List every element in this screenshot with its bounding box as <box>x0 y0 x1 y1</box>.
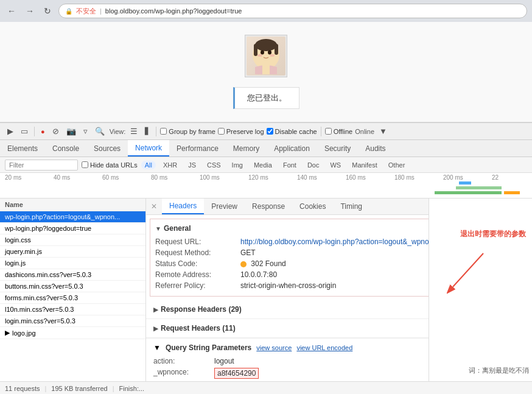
list-item[interactable]: wp-login.php?loggedout=true <box>0 223 145 234</box>
view-source-link[interactable]: view source <box>256 344 292 351</box>
list-view-button[interactable]: ☰ <box>128 125 140 137</box>
security-icon: 🔒 <box>65 8 72 15</box>
list-item[interactable]: login.css <box>0 234 145 246</box>
group-by-frame-checkbox[interactable] <box>160 128 167 135</box>
tab-console[interactable]: Console <box>45 140 86 157</box>
filter-media-button[interactable]: Media <box>250 161 276 169</box>
tab-security[interactable]: Security <box>317 140 358 157</box>
detail-tab-cookies[interactable]: Cookies <box>292 199 333 214</box>
timeline-mark-2: 40 ms <box>54 174 102 181</box>
reload-button[interactable]: ↻ <box>41 5 54 17</box>
file-name: wp-login.php?loggedout=true <box>5 225 91 232</box>
file-name: buttons.min.css?ver=5.0.3 <box>5 283 83 290</box>
list-item[interactable]: login.min.css?ver=5.0.3 <box>0 315 145 327</box>
list-item[interactable]: dashicons.min.css?ver=5.0.3 <box>0 269 145 281</box>
request-headers-arrow-icon: ▶ <box>153 325 158 332</box>
status-code-label: Status Code: <box>155 259 240 268</box>
query-string-title: Query String Parameters <box>166 343 251 352</box>
detail-tab-timing[interactable]: Timing <box>333 199 369 214</box>
tab-memory[interactable]: Memory <box>226 140 267 157</box>
filter-img-button[interactable]: Img <box>228 161 247 169</box>
list-item[interactable]: wp-login.php?action=logout&_wpnon... <box>0 211 145 223</box>
offline-checkbox[interactable] <box>325 128 332 135</box>
inspect-element-button[interactable]: ▶ <box>5 125 16 137</box>
timeline-mark-4: 80 ms <box>151 174 200 181</box>
avatar <box>245 35 287 77</box>
filter-manifest-button[interactable]: Manifest <box>348 161 381 169</box>
timeline-mark-10: 200 ms <box>443 174 492 181</box>
offline-label[interactable]: Offline <box>325 128 353 135</box>
tab-application[interactable]: Application <box>267 140 317 157</box>
tab-audits[interactable]: Audits <box>358 140 393 157</box>
filter-input[interactable] <box>5 160 78 171</box>
view-url-encoded-link[interactable]: view URL encoded <box>296 344 352 351</box>
list-item[interactable]: l10n.min.css?ver=5.0.3 <box>0 304 145 315</box>
file-name: l10n.min.css?ver=5.0.3 <box>5 306 74 313</box>
svg-point-2 <box>255 39 277 51</box>
list-item[interactable]: forms.min.css?ver=5.0.3 <box>0 292 145 304</box>
svg-rect-4 <box>275 44 278 55</box>
tab-performance[interactable]: Performance <box>169 140 226 157</box>
devtools-panel: ▶ ▭ ● ⊘ 📷 ▿ 🔍 View: ☰ ▋ Group by frame P… <box>0 122 532 394</box>
disable-cache-text: Disable cache <box>275 128 317 135</box>
device-toggle-button[interactable]: ▭ <box>18 125 30 137</box>
tab-sources[interactable]: Sources <box>86 140 128 157</box>
svg-rect-9 <box>262 63 270 74</box>
disable-cache-checkbox[interactable] <box>267 128 273 135</box>
offline-text: Offline <box>334 128 353 135</box>
list-item[interactable]: ▶ logo.jpg <box>0 327 145 339</box>
address-bar: 🔒 不安全 | blog.oldboy.com/wp-login.php?log… <box>58 4 527 18</box>
close-detail-button[interactable]: ✕ <box>146 199 162 214</box>
hide-data-urls-label[interactable]: Hide data URLs <box>82 161 138 169</box>
search-button[interactable]: 🔍 <box>93 125 107 137</box>
filter-icon-button[interactable]: ▿ <box>81 125 90 137</box>
clear-button[interactable]: ⊘ <box>50 125 61 137</box>
hide-data-urls-checkbox[interactable] <box>82 161 88 168</box>
detail-tab-response[interactable]: Response <box>245 199 292 214</box>
camera-button[interactable]: 📷 <box>64 125 79 137</box>
tab-network[interactable]: Network <box>128 140 169 157</box>
wpnonce-key: _wpnonce: <box>153 368 214 379</box>
more-options-button[interactable]: ▼ <box>377 125 390 137</box>
file-name: login.min.css?ver=5.0.3 <box>5 317 75 325</box>
panels-wrapper: Name wp-login.php?action=logout&_wpnon..… <box>0 199 532 381</box>
filter-font-button[interactable]: Font <box>279 161 300 169</box>
timeline-mark-6: 120 ms <box>248 174 297 181</box>
svg-rect-3 <box>254 44 257 56</box>
filter-css-button[interactable]: CSS <box>203 161 225 169</box>
filter-xhr-button[interactable]: XHR <box>159 161 181 169</box>
list-item[interactable]: login.js <box>0 258 145 269</box>
filter-ws-button[interactable]: WS <box>326 161 345 169</box>
preserve-log-label[interactable]: Preserve log <box>218 128 264 135</box>
list-item[interactable]: buttons.min.css?ver=5.0.3 <box>0 281 145 292</box>
online-text: Online <box>355 128 374 135</box>
svg-line-11 <box>453 253 483 287</box>
list-item[interactable]: jquery.min.js <box>0 246 145 258</box>
group-by-frame-label[interactable]: Group by frame <box>160 128 215 135</box>
file-name: login.js <box>5 259 26 267</box>
detail-tab-preview[interactable]: Preview <box>204 199 245 214</box>
file-name: dashicons.min.css?ver=5.0.3 <box>5 271 91 278</box>
filter-other-button[interactable]: Other <box>385 161 409 169</box>
disable-cache-label[interactable]: Disable cache <box>267 128 317 135</box>
preserve-log-checkbox[interactable] <box>218 128 225 135</box>
forward-button[interactable]: → <box>23 5 37 17</box>
svg-point-8 <box>270 54 275 57</box>
timeline[interactable]: 20 ms 40 ms 60 ms 80 ms 100 ms 120 ms 14… <box>0 173 532 199</box>
filter-doc-button[interactable]: Doc <box>304 161 323 169</box>
file-name: forms.min.css?ver=5.0.3 <box>5 294 78 301</box>
back-button[interactable]: ← <box>5 5 18 17</box>
waterfall-view-button[interactable]: ▋ <box>142 126 152 136</box>
detail-tab-headers[interactable]: Headers <box>162 199 204 214</box>
devtools-tabs: Elements Console Sources Network Perform… <box>0 140 532 157</box>
url-text: blog.oldboy.com/wp-login.php?loggedout=t… <box>105 7 242 15</box>
filter-all-button[interactable]: All <box>141 161 156 169</box>
qs-arrow-icon: ▼ <box>153 343 161 352</box>
annotation-text: 退出时需要带的参数 <box>460 229 526 239</box>
filter-js-button[interactable]: JS <box>184 161 200 169</box>
general-title: General <box>164 224 191 233</box>
separator-1: | <box>44 385 46 392</box>
record-button[interactable]: ● <box>38 127 47 136</box>
collapse-arrow-icon: ▼ <box>155 225 161 232</box>
tab-elements[interactable]: Elements <box>0 140 45 157</box>
